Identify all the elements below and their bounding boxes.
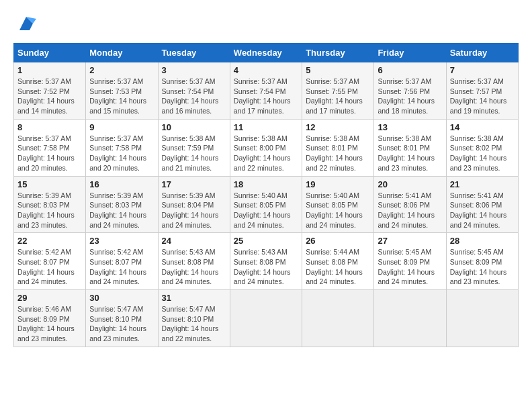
calendar-cell: 10Sunrise: 5:38 AMSunset: 7:59 PMDayligh… — [158, 119, 230, 176]
calendar-cell: 24Sunrise: 5:43 AMSunset: 8:08 PMDayligh… — [158, 233, 230, 290]
calendar-cell: 19Sunrise: 5:40 AMSunset: 8:05 PMDayligh… — [302, 176, 374, 233]
calendar-cell: 14Sunrise: 5:38 AMSunset: 8:02 PMDayligh… — [446, 119, 518, 176]
weekday-header: Saturday — [446, 44, 518, 62]
day-detail: Sunrise: 5:38 AMSunset: 8:00 PMDaylight:… — [234, 134, 298, 173]
day-number: 17 — [162, 179, 226, 189]
calendar-cell: 13Sunrise: 5:38 AMSunset: 8:01 PMDayligh… — [374, 119, 446, 176]
calendar-cell: 22Sunrise: 5:42 AMSunset: 8:07 PMDayligh… — [14, 233, 86, 290]
day-number: 13 — [378, 122, 442, 132]
day-number: 16 — [89, 179, 154, 189]
calendar-cell: 2Sunrise: 5:37 AMSunset: 7:53 PMDaylight… — [86, 62, 158, 120]
calendar-cell — [374, 290, 446, 347]
calendar-cell: 25Sunrise: 5:43 AMSunset: 8:08 PMDayligh… — [230, 233, 302, 290]
calendar-cell: 3Sunrise: 5:37 AMSunset: 7:54 PMDaylight… — [158, 62, 230, 120]
weekday-header: Monday — [86, 44, 158, 62]
day-detail: Sunrise: 5:38 AMSunset: 8:01 PMDaylight:… — [306, 134, 370, 173]
calendar-week-row: 8Sunrise: 5:37 AMSunset: 7:58 PMDaylight… — [14, 119, 519, 176]
day-number: 21 — [450, 179, 515, 189]
day-detail: Sunrise: 5:42 AMSunset: 8:07 PMDaylight:… — [17, 247, 82, 287]
calendar-cell: 26Sunrise: 5:44 AMSunset: 8:08 PMDayligh… — [302, 233, 374, 290]
day-number: 10 — [162, 122, 226, 132]
day-detail: Sunrise: 5:39 AMSunset: 8:03 PMDaylight:… — [89, 191, 154, 230]
page-header — [13, 13, 519, 36]
day-number: 27 — [378, 236, 442, 246]
calendar-cell: 18Sunrise: 5:40 AMSunset: 8:05 PMDayligh… — [230, 176, 302, 233]
day-detail: Sunrise: 5:47 AMSunset: 8:10 PMDaylight:… — [162, 304, 226, 344]
day-detail: Sunrise: 5:44 AMSunset: 8:08 PMDaylight:… — [306, 247, 370, 287]
calendar-cell: 31Sunrise: 5:47 AMSunset: 8:10 PMDayligh… — [158, 290, 230, 347]
day-detail: Sunrise: 5:43 AMSunset: 8:08 PMDaylight:… — [234, 247, 298, 287]
day-detail: Sunrise: 5:37 AMSunset: 7:53 PMDaylight:… — [89, 77, 154, 116]
calendar-cell: 12Sunrise: 5:38 AMSunset: 8:01 PMDayligh… — [302, 119, 374, 176]
calendar-cell — [302, 290, 374, 347]
day-detail: Sunrise: 5:37 AMSunset: 7:56 PMDaylight:… — [378, 77, 442, 116]
calendar-cell: 1Sunrise: 5:37 AMSunset: 7:52 PMDaylight… — [14, 62, 86, 120]
day-number: 7 — [450, 65, 515, 75]
day-number: 22 — [17, 236, 82, 246]
day-detail: Sunrise: 5:47 AMSunset: 8:10 PMDaylight:… — [89, 304, 154, 344]
calendar-cell: 4Sunrise: 5:37 AMSunset: 7:54 PMDaylight… — [230, 62, 302, 120]
day-detail: Sunrise: 5:41 AMSunset: 8:06 PMDaylight:… — [450, 191, 515, 230]
calendar-week-row: 22Sunrise: 5:42 AMSunset: 8:07 PMDayligh… — [14, 233, 519, 290]
day-number: 2 — [89, 65, 154, 75]
day-number: 23 — [89, 236, 154, 246]
logo — [13, 13, 36, 36]
day-detail: Sunrise: 5:37 AMSunset: 7:58 PMDaylight:… — [17, 134, 82, 173]
day-number: 24 — [162, 236, 226, 246]
day-detail: Sunrise: 5:45 AMSunset: 8:09 PMDaylight:… — [450, 247, 515, 287]
day-number: 31 — [162, 293, 226, 303]
day-detail: Sunrise: 5:43 AMSunset: 8:08 PMDaylight:… — [162, 247, 226, 287]
day-number: 8 — [17, 122, 82, 132]
calendar-cell: 28Sunrise: 5:45 AMSunset: 8:09 PMDayligh… — [446, 233, 518, 290]
calendar-cell: 8Sunrise: 5:37 AMSunset: 7:58 PMDaylight… — [14, 119, 86, 176]
weekday-header-row: SundayMondayTuesdayWednesdayThursdayFrid… — [14, 44, 519, 62]
logo-icon — [16, 13, 36, 36]
day-detail: Sunrise: 5:37 AMSunset: 7:57 PMDaylight:… — [450, 77, 515, 116]
calendar-cell: 7Sunrise: 5:37 AMSunset: 7:57 PMDaylight… — [446, 62, 518, 120]
weekday-header: Friday — [374, 44, 446, 62]
weekday-header: Wednesday — [230, 44, 302, 62]
day-number: 4 — [234, 65, 298, 75]
day-number: 3 — [162, 65, 226, 75]
day-number: 25 — [234, 236, 298, 246]
day-detail: Sunrise: 5:37 AMSunset: 7:55 PMDaylight:… — [306, 77, 370, 116]
calendar-cell: 20Sunrise: 5:41 AMSunset: 8:06 PMDayligh… — [374, 176, 446, 233]
calendar-cell: 5Sunrise: 5:37 AMSunset: 7:55 PMDaylight… — [302, 62, 374, 120]
day-number: 11 — [234, 122, 298, 132]
weekday-header: Thursday — [302, 44, 374, 62]
day-detail: Sunrise: 5:38 AMSunset: 7:59 PMDaylight:… — [162, 134, 226, 173]
day-detail: Sunrise: 5:41 AMSunset: 8:06 PMDaylight:… — [378, 191, 442, 230]
day-detail: Sunrise: 5:38 AMSunset: 8:01 PMDaylight:… — [378, 134, 442, 173]
day-number: 29 — [17, 293, 82, 303]
day-detail: Sunrise: 5:45 AMSunset: 8:09 PMDaylight:… — [378, 247, 442, 287]
day-detail: Sunrise: 5:42 AMSunset: 8:07 PMDaylight:… — [89, 247, 154, 287]
calendar-cell: 21Sunrise: 5:41 AMSunset: 8:06 PMDayligh… — [446, 176, 518, 233]
day-detail: Sunrise: 5:37 AMSunset: 7:54 PMDaylight:… — [162, 77, 226, 116]
calendar-cell: 30Sunrise: 5:47 AMSunset: 8:10 PMDayligh… — [86, 290, 158, 347]
day-number: 12 — [306, 122, 370, 132]
calendar-cell: 6Sunrise: 5:37 AMSunset: 7:56 PMDaylight… — [374, 62, 446, 120]
day-detail: Sunrise: 5:40 AMSunset: 8:05 PMDaylight:… — [234, 191, 298, 230]
day-number: 5 — [306, 65, 370, 75]
weekday-header: Tuesday — [158, 44, 230, 62]
calendar-cell: 27Sunrise: 5:45 AMSunset: 8:09 PMDayligh… — [374, 233, 446, 290]
day-detail: Sunrise: 5:37 AMSunset: 7:54 PMDaylight:… — [234, 77, 298, 116]
day-number: 28 — [450, 236, 515, 246]
day-detail: Sunrise: 5:38 AMSunset: 8:02 PMDaylight:… — [450, 134, 515, 173]
day-number: 14 — [450, 122, 515, 132]
calendar-cell: 16Sunrise: 5:39 AMSunset: 8:03 PMDayligh… — [86, 176, 158, 233]
day-detail: Sunrise: 5:37 AMSunset: 7:58 PMDaylight:… — [89, 134, 154, 173]
day-number: 1 — [17, 65, 82, 75]
day-number: 19 — [306, 179, 370, 189]
calendar-cell: 9Sunrise: 5:37 AMSunset: 7:58 PMDaylight… — [86, 119, 158, 176]
day-detail: Sunrise: 5:37 AMSunset: 7:52 PMDaylight:… — [17, 77, 82, 116]
day-detail: Sunrise: 5:40 AMSunset: 8:05 PMDaylight:… — [306, 191, 370, 230]
day-detail: Sunrise: 5:39 AMSunset: 8:04 PMDaylight:… — [162, 191, 226, 230]
day-number: 30 — [89, 293, 154, 303]
calendar-cell: 29Sunrise: 5:46 AMSunset: 8:09 PMDayligh… — [14, 290, 86, 347]
weekday-header: Sunday — [14, 44, 86, 62]
day-number: 9 — [89, 122, 154, 132]
calendar-cell — [446, 290, 518, 347]
calendar-table: SundayMondayTuesdayWednesdayThursdayFrid… — [13, 43, 519, 347]
day-detail: Sunrise: 5:39 AMSunset: 8:03 PMDaylight:… — [17, 191, 82, 230]
